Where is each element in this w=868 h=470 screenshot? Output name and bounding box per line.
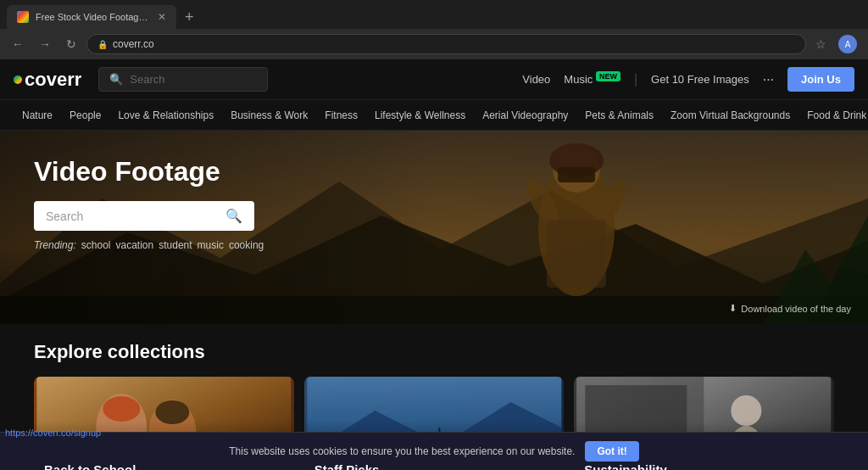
cat-business[interactable]: Business & Work (222, 100, 316, 130)
card1-label: Back to School (44, 462, 136, 470)
music-label: Music (564, 74, 593, 87)
cat-pets[interactable]: Pets & Animals (576, 100, 662, 130)
profile-avatar: A (838, 35, 857, 53)
browser-chrome: Free Stock Video Footage, Ro... ✕ + ← → … (0, 0, 868, 59)
download-icon: ⬇ (729, 303, 737, 314)
hero-content: Video Footage 🔍 Trending: school vacatio… (0, 131, 298, 277)
status-url: https://coverr.co/signup (5, 428, 101, 438)
top-search-bar[interactable]: 🔍 (98, 67, 268, 92)
trending-cooking[interactable]: cooking (229, 239, 264, 251)
hero-search-icon: 🔍 (225, 208, 242, 224)
cookie-accept-button[interactable]: Got it! (585, 441, 638, 462)
trending-student[interactable]: student (159, 239, 192, 251)
cat-nature[interactable]: Nature (14, 100, 61, 130)
free-images-link[interactable]: Get 10 Free Images (651, 73, 749, 86)
bookmark-icon[interactable]: ☆ (811, 35, 831, 53)
cat-lifestyle[interactable]: Lifestyle & Wellness (366, 100, 474, 130)
browser-toolbar: ← → ↻ 🔒 coverr.co ☆ A (0, 29, 868, 59)
more-options-button[interactable]: ··· (763, 72, 774, 87)
trending-school[interactable]: school (81, 239, 111, 251)
active-tab[interactable]: Free Stock Video Footage, Ro... ✕ (7, 5, 176, 29)
address-bar[interactable]: 🔒 coverr.co (86, 34, 806, 54)
logo-text: coverr (25, 69, 81, 91)
status-bar: https://coverr.co/signup (0, 426, 106, 439)
download-label: Download video of the day (741, 304, 851, 314)
hero-search-input[interactable] (46, 210, 217, 223)
refresh-button[interactable]: ↻ (61, 34, 81, 54)
url-text: coverr.co (113, 38, 154, 50)
music-badge: NEW (596, 71, 620, 81)
tab-favicon (17, 11, 29, 23)
download-video-badge[interactable]: ⬇ Download video of the day (729, 303, 851, 314)
music-nav-link[interactable]: Music NEW (564, 72, 620, 86)
close-tab-icon[interactable]: ✕ (158, 11, 166, 23)
back-button[interactable]: ← (7, 34, 29, 54)
trending-music[interactable]: music (198, 239, 224, 251)
tab-bar: Free Stock Video Footage, Ro... ✕ + (0, 0, 868, 29)
cat-food[interactable]: Food & Drink (798, 100, 868, 130)
hero-search-bar[interactable]: 🔍 (34, 201, 254, 231)
trending-label: Trending: (34, 239, 76, 251)
card2-label: Staff Picks (314, 462, 380, 470)
hero-section: Video Footage 🔍 Trending: school vacatio… (0, 131, 868, 324)
trending-vacation[interactable]: vacation (116, 239, 154, 251)
cat-fitness[interactable]: Fitness (316, 100, 366, 130)
cat-people[interactable]: People (61, 100, 109, 130)
top-search-input[interactable] (130, 73, 257, 86)
video-nav-link[interactable]: Video (522, 73, 550, 86)
cat-zoom[interactable]: Zoom Virtual Backgrounds (662, 100, 798, 130)
logo-icon (14, 76, 22, 84)
top-nav-links: Video Music NEW | Get 10 Free Images ···… (522, 67, 854, 92)
forward-button[interactable]: → (34, 34, 56, 54)
collections-title: Explore collections (34, 341, 834, 363)
site-logo[interactable]: coverr (14, 69, 81, 91)
tab-title: Free Stock Video Footage, Ro... (36, 12, 151, 22)
new-tab-button[interactable]: + (180, 8, 199, 26)
trending-section: Trending: school vacation student music … (34, 239, 264, 251)
lock-icon: 🔒 (97, 40, 108, 49)
cat-aerial[interactable]: Aerial Videography (474, 100, 576, 130)
cookie-message: This website uses cookies to ensure you … (229, 445, 575, 457)
nav-divider: | (634, 72, 637, 87)
cat-love[interactable]: Love & Relationships (109, 100, 222, 130)
search-icon: 🔍 (109, 73, 123, 86)
website-content: coverr 🔍 Video Music NEW | Get 10 Free I… (0, 59, 868, 470)
card3-label: Sustainability (584, 462, 667, 470)
profile-icon[interactable]: A (834, 32, 861, 56)
join-button[interactable]: Join Us (787, 67, 854, 92)
hero-title: Video Footage (34, 156, 264, 187)
category-nav: Nature People Love & Relationships Busin… (0, 100, 868, 131)
top-nav: coverr 🔍 Video Music NEW | Get 10 Free I… (0, 59, 868, 100)
browser-actions: ☆ A (811, 32, 861, 56)
